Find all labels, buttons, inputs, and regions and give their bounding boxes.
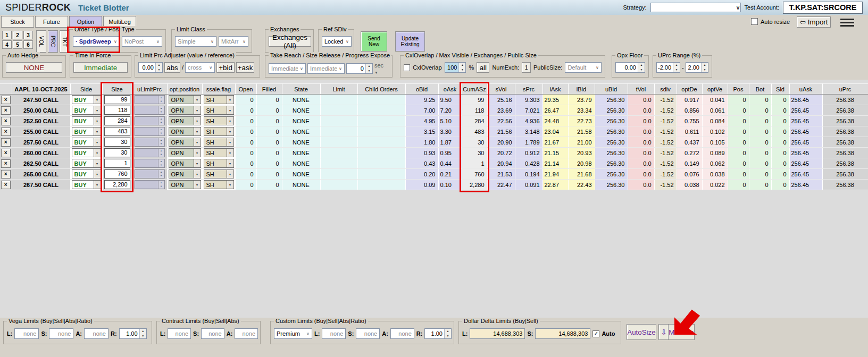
custom-buy-field[interactable]: none [322,328,346,339]
chevron-down-icon[interactable]: ▼ [194,96,201,104]
size-release-select[interactable]: Immediate ∨ [307,63,345,74]
remove-row-button[interactable]: × [1,138,11,147]
remove-row-button[interactable]: × [1,170,11,178]
strategy-select[interactable]: ∨ [650,3,741,12]
spinner-arrows-icon[interactable]: ▲▼ [158,159,164,167]
ticket-slot-button-4[interactable]: 4 [2,40,12,49]
custom-sell-field[interactable]: none [356,328,380,339]
ssale-flag-select[interactable]: SH▼ [204,127,234,136]
vega-sell-field[interactable]: none [49,328,73,339]
side-select[interactable]: BUY▼ [72,116,101,125]
ulimitprc-spinner[interactable]: ▲▼ [135,95,165,104]
chevron-down-icon[interactable]: ▼ [194,128,201,135]
all-button[interactable]: all [477,62,489,73]
mode-button-tkt[interactable]: TKT [60,30,70,53]
opx-floor-spinner[interactable]: 0.00 ▲▼ [615,62,645,73]
remove-row-button[interactable]: × [1,128,11,136]
size-input[interactable]: 30 [104,138,130,147]
post-type-select[interactable]: NoPost ∨ [122,36,162,47]
ticket-slot-button-2[interactable]: 2 [13,31,22,39]
max-visible-spinner[interactable]: 100 ▲▼ [445,62,466,73]
arrival-select[interactable]: MktArr ∨ [219,36,248,47]
chevron-down-icon[interactable]: ▼ [94,181,101,189]
chevron-down-icon[interactable]: ▼ [94,170,101,178]
chevron-down-icon[interactable]: ▼ [227,128,233,135]
chevron-down-icon[interactable]: ▼ [194,117,201,125]
spin-down-icon[interactable]: ▼ [673,67,680,72]
dollar-delta-buy-field[interactable]: 14,688,303 [470,328,525,339]
spin-down-icon[interactable]: ▼ [638,67,645,72]
size-input[interactable]: 118 [104,106,130,115]
opt-position-select[interactable]: OPN▼ [169,106,201,115]
ticket-slot-button-3[interactable]: 3 [23,31,33,39]
spin-up-icon[interactable]: ▲ [459,63,465,67]
vega-abs-field[interactable]: none [84,328,108,339]
spinner-arrows-icon[interactable]: ▲▼ [158,106,164,114]
contract-sell-field[interactable]: none [201,328,224,339]
remove-row-button[interactable]: × [1,159,11,168]
chevron-down-icon[interactable]: ▼ [194,138,201,146]
spin-down-icon[interactable]: ▼ [158,110,164,115]
custom-abs-field[interactable]: none [390,328,414,339]
plus-bid-button[interactable]: +bid [216,62,235,73]
dollar-delta-auto-checkbox[interactable]: ✓ [592,330,599,337]
remove-row-button[interactable]: × [1,181,11,189]
ulimitprc-spinner[interactable]: ▲▼ [135,180,165,189]
spin-up-icon[interactable]: ▲ [702,63,708,67]
remove-row-button[interactable]: × [1,106,11,115]
spin-down-icon[interactable]: ▼ [140,334,146,338]
spin-down-icon[interactable]: ▼ [158,185,164,189]
chevron-down-icon[interactable]: ▼ [94,128,101,135]
spinner-arrows-icon[interactable]: ▲▼ [158,149,164,157]
chevron-down-icon[interactable]: ▼ [227,170,233,178]
chevron-down-icon[interactable]: ▼ [94,149,101,157]
side-select[interactable]: BUY▼ [72,95,101,104]
opt-position-select[interactable]: OPN▼ [169,148,201,157]
chevron-down-icon[interactable]: ▼ [94,96,101,104]
abs-button[interactable]: abs [164,62,180,73]
spin-up-icon[interactable]: ▲ [140,329,146,334]
side-select[interactable]: BUY▼ [72,127,101,136]
vega-ratio-spinner[interactable]: 1.00 ▲▼ [119,328,147,339]
spinner-arrows-icon[interactable]: ▲▼ [158,96,164,104]
reference-select[interactable]: cross ∨ [185,62,215,73]
spin-up-icon[interactable]: ▲ [158,181,164,185]
auto-resize-option[interactable]: Auto resize [751,18,790,25]
chevron-down-icon[interactable]: ▼ [227,96,233,104]
mode-button-vol[interactable]: VOL [36,30,46,53]
ssale-flag-select[interactable]: SH▼ [204,169,234,178]
spin-down-icon[interactable]: ▼ [158,121,164,125]
ticket-slot-button-1[interactable]: 1 [2,31,12,39]
chevron-down-icon[interactable]: ▼ [227,149,233,157]
spin-down-icon[interactable]: ▼ [366,69,372,73]
chevron-down-icon[interactable]: ▼ [94,117,101,125]
send-size-down-button[interactable]: ⇩ [658,324,669,340]
spin-up-icon[interactable]: ▲ [445,329,451,334]
autosize-button[interactable]: AutoSize [627,324,656,340]
ulimitprc-spinner[interactable]: ▲▼ [135,116,165,125]
opt-position-select[interactable]: OPN▼ [169,127,201,136]
opt-position-select[interactable]: OPN▼ [169,95,201,104]
chevron-down-icon[interactable]: ▼ [194,170,201,178]
ulimitprc-spinner[interactable]: ▲▼ [135,159,165,168]
mode-button-prc[interactable]: PRC [48,30,58,53]
order-type-select[interactable]: · SpdrSweep ∨ [73,36,120,47]
spin-up-icon[interactable]: ▲ [158,96,164,100]
sec-unit-select[interactable]: sec ▼ [374,62,389,75]
opt-position-select[interactable]: OPN▼ [169,116,201,125]
side-select[interactable]: BUY▼ [72,159,101,168]
size-input[interactable]: 99 [104,95,130,104]
size-input[interactable]: 483 [104,127,130,136]
exchanges-button[interactable]: Exchanges (All) [269,36,311,47]
spin-up-icon[interactable]: ▲ [158,106,164,110]
size-input[interactable]: 2,280 [104,180,130,189]
spin-up-icon[interactable]: ▲ [158,138,164,142]
import-button[interactable]: ⇦ Import [797,16,831,28]
limit-prc-value-spinner[interactable]: 0.00 ▲▼ [138,62,163,73]
contract-abs-field[interactable]: none [235,328,258,339]
ulimitprc-spinner[interactable]: ▲▼ [135,106,165,115]
chevron-down-icon[interactable]: ▼ [94,138,101,146]
opt-position-select[interactable]: OPN▼ [169,169,201,178]
spin-down-icon[interactable]: ▼ [158,164,164,168]
uprc-low-spinner[interactable]: -2.00 ▲▼ [656,62,680,73]
